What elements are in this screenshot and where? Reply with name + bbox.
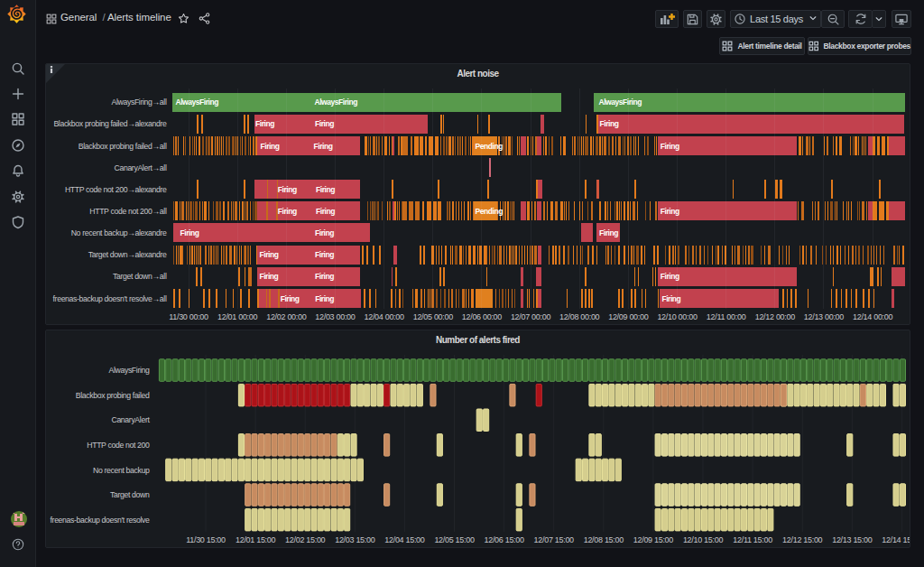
- svg-text:12/08 00:00: 12/08 00:00: [559, 312, 600, 321]
- svg-text:12/10 15:00: 12/10 15:00: [683, 535, 724, 544]
- svg-text:Firing: Firing: [315, 119, 334, 128]
- svg-text:Firing: Firing: [259, 272, 278, 281]
- svg-text:12/02 00:00: 12/02 00:00: [266, 312, 307, 321]
- svg-text:AlwaysFiring: AlwaysFiring: [599, 98, 642, 107]
- svg-text:Target down: Target down: [110, 490, 150, 499]
- svg-text:11/30 15:00: 11/30 15:00: [186, 535, 226, 544]
- svg-text:Firing: Firing: [661, 207, 679, 216]
- svg-text:Firing: Firing: [180, 228, 199, 237]
- svg-text:Firing: Firing: [315, 250, 334, 259]
- svg-text:Firing: Firing: [316, 207, 335, 216]
- svg-text:No recent backup: No recent backup: [93, 466, 150, 475]
- svg-text:Target down→all: Target down→all: [113, 272, 167, 281]
- svg-text:Firing: Firing: [661, 272, 679, 281]
- svg-text:AlwaysFiring: AlwaysFiring: [315, 98, 358, 107]
- svg-text:12/04 00:00: 12/04 00:00: [364, 312, 404, 321]
- svg-text:12/07 15:00: 12/07 15:00: [534, 535, 575, 544]
- svg-text:12/01 00:00: 12/01 00:00: [217, 312, 258, 321]
- svg-text:freenas-backup doesn't resolve: freenas-backup doesn't resolve→all: [53, 294, 167, 303]
- svg-text:12/02 15:00: 12/02 15:00: [285, 535, 326, 544]
- svg-text:Firing: Firing: [260, 250, 279, 259]
- svg-text:12/08 15:00: 12/08 15:00: [584, 535, 624, 544]
- svg-text:Firing: Firing: [315, 228, 334, 237]
- svg-text:12/06 00:00: 12/06 00:00: [462, 312, 503, 321]
- svg-text:12/11 15:00: 12/11 15:00: [733, 535, 772, 544]
- svg-text:Firing: Firing: [661, 294, 680, 303]
- svg-text:12/11 00:00: 12/11 00:00: [707, 312, 746, 321]
- svg-text:12/09 15:00: 12/09 15:00: [633, 535, 674, 544]
- svg-text:12/03 00:00: 12/03 00:00: [315, 312, 356, 321]
- svg-text:Firing: Firing: [281, 294, 300, 303]
- svg-text:12/07 00:00: 12/07 00:00: [511, 312, 551, 321]
- svg-text:Firing: Firing: [314, 142, 333, 151]
- svg-text:Firing: Firing: [661, 142, 679, 151]
- svg-text:Firing: Firing: [599, 228, 618, 237]
- svg-text:12/12 15:00: 12/12 15:00: [782, 535, 823, 544]
- svg-text:Pending: Pending: [476, 142, 504, 151]
- svg-text:12/05 15:00: 12/05 15:00: [434, 535, 475, 544]
- svg-text:No recent backup→alexandre: No recent backup→alexandre: [71, 228, 167, 237]
- svg-text:Target down→alexandre: Target down→alexandre: [88, 250, 167, 259]
- svg-text:12/06 15:00: 12/06 15:00: [484, 535, 524, 544]
- svg-text:12/14 15:00: 12/14 15:00: [882, 535, 910, 544]
- svg-text:12/03 15:00: 12/03 15:00: [335, 535, 375, 544]
- svg-text:12/01 15:00: 12/01 15:00: [236, 535, 276, 544]
- svg-text:Firing: Firing: [278, 207, 297, 216]
- svg-text:12/12 00:00: 12/12 00:00: [755, 312, 796, 321]
- svg-text:Firing: Firing: [315, 294, 334, 303]
- svg-text:12/09 00:00: 12/09 00:00: [608, 312, 649, 321]
- svg-text:Blackbox probing failed: Blackbox probing failed: [76, 391, 150, 400]
- svg-text:Pending: Pending: [476, 207, 504, 216]
- svg-text:12/14 00:00: 12/14 00:00: [853, 312, 893, 321]
- svg-text:12/13 00:00: 12/13 00:00: [804, 312, 845, 321]
- svg-text:CanaryAlert→all: CanaryAlert→all: [115, 163, 167, 172]
- svg-text:Blackbox probing failed→alexan: Blackbox probing failed→alexandre: [53, 119, 167, 128]
- svg-text:12/13 15:00: 12/13 15:00: [832, 535, 873, 544]
- svg-text:12/04 15:00: 12/04 15:00: [384, 535, 425, 544]
- svg-text:12/10 00:00: 12/10 00:00: [657, 312, 698, 321]
- svg-text:Firing: Firing: [315, 272, 334, 281]
- svg-text:11/30 00:00: 11/30 00:00: [169, 312, 208, 321]
- svg-text:Blackbox probing failed→all: Blackbox probing failed→all: [79, 142, 167, 151]
- svg-text:CanaryAlert: CanaryAlert: [111, 415, 150, 424]
- svg-text:HTTP code not 200→alexandre: HTTP code not 200→alexandre: [65, 185, 167, 194]
- svg-text:Firing: Firing: [600, 119, 619, 128]
- svg-text:AlwaysFiring: AlwaysFiring: [176, 98, 219, 107]
- svg-text:Firing: Firing: [261, 142, 280, 151]
- svg-text:HTTP code not 200: HTTP code not 200: [87, 441, 150, 450]
- svg-text:HTTP code not 200→all: HTTP code not 200→all: [89, 207, 167, 216]
- svg-text:Firing: Firing: [255, 119, 274, 128]
- svg-text:AlwaysFiring: AlwaysFiring: [108, 366, 150, 375]
- svg-text:AlwaysFiring→all: AlwaysFiring→all: [111, 98, 166, 107]
- svg-text:freenas-backup doesn't resolve: freenas-backup doesn't resolve: [51, 516, 150, 525]
- svg-text:Firing: Firing: [316, 185, 335, 194]
- svg-text:Firing: Firing: [278, 185, 297, 194]
- svg-text:12/05 00:00: 12/05 00:00: [413, 312, 454, 321]
